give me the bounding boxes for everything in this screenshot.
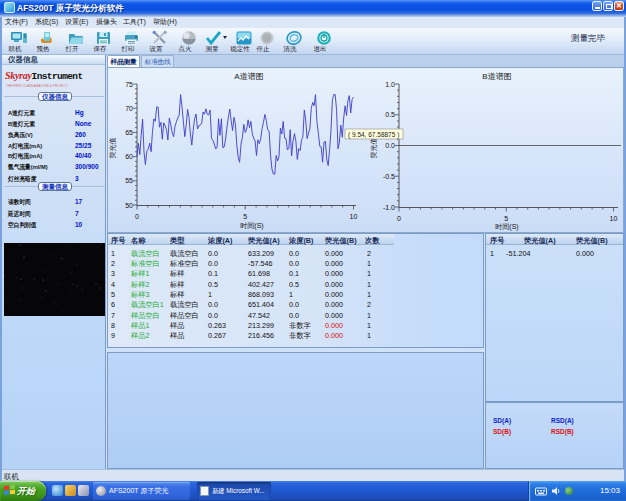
svg-text:时间(S): 时间(S) [495,223,518,231]
svg-text:荧光值: 荧光值 [109,138,117,159]
svg-text:A道谱图: A道谱图 [234,72,263,81]
svg-text:-0.5: -0.5 [383,173,395,180]
svg-text:-1.0: -1.0 [383,204,395,211]
svg-text:0.5: 0.5 [385,111,395,118]
svg-text:70: 70 [125,105,133,112]
svg-text:0.0: 0.0 [385,142,395,149]
svg-text:0: 0 [135,213,139,220]
svg-text:时间(S): 时间(S) [240,222,263,230]
svg-text:75: 75 [125,81,133,88]
svg-text:B道谱图: B道谱图 [482,72,511,81]
svg-text:5: 5 [243,213,247,220]
svg-text:( 9.54, 67.58875 ): ( 9.54, 67.58875 ) [348,131,399,139]
svg-text:1.0: 1.0 [385,81,395,88]
svg-text:55: 55 [125,177,133,184]
svg-text:5: 5 [504,215,508,222]
svg-text:荧光值: 荧光值 [370,138,378,159]
svg-text:60: 60 [125,153,133,160]
svg-text:10: 10 [350,213,358,220]
svg-text:0: 0 [397,215,401,222]
svg-text:50: 50 [125,202,133,209]
svg-text:10: 10 [610,215,618,222]
svg-text:65: 65 [125,129,133,136]
